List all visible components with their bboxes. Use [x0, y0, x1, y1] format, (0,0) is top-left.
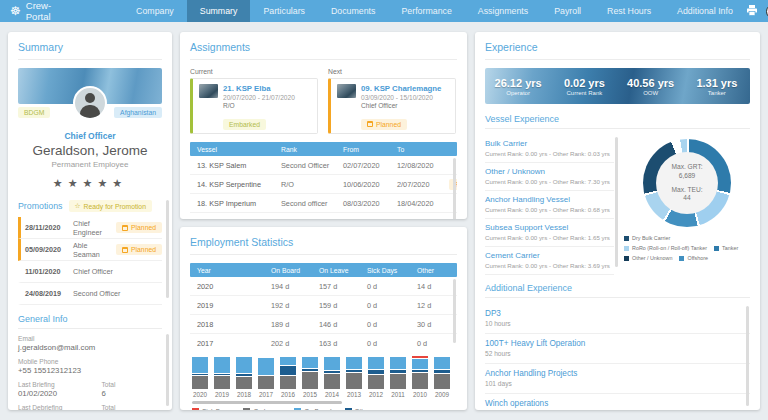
employment-row[interactable]: 2019192 d159 d0 d12 d	[190, 296, 457, 315]
general-info-scrollbar[interactable]	[166, 334, 169, 406]
additional-experience-scrollbar[interactable]	[746, 306, 749, 406]
col-header-vessel: Vessel	[197, 146, 281, 153]
bar-2013[interactable]	[346, 356, 362, 389]
email-label: Email	[18, 335, 162, 342]
additional-experience-name: 100T+ Heavy Lift Operation	[485, 339, 750, 348]
promotion-row[interactable]: 28/11/2020Chief EngineerPlanned	[18, 217, 162, 239]
promotion-date: 11/01/2020	[25, 267, 73, 276]
bar-segment-on-leave	[412, 373, 428, 389]
legend-label: On Board	[304, 408, 331, 410]
bar-2010[interactable]	[412, 355, 428, 389]
promotion-row[interactable]: 11/01/2020Chief Officer	[18, 261, 162, 283]
bar-2011[interactable]	[390, 356, 406, 389]
nav-tab-particulars[interactable]: Particulars	[250, 0, 318, 22]
bar-segment-on-leave	[368, 375, 384, 389]
employment-row[interactable]: 2017202 d163 d0 d0 d	[190, 334, 457, 351]
bar-2019[interactable]	[214, 356, 230, 389]
bar-chart-year-labels: 2020201920182017201620152014201320122011…	[190, 391, 457, 398]
nav-tab-payroll[interactable]: Payroll	[541, 0, 594, 22]
bar-2012[interactable]	[368, 356, 384, 389]
promotions-list: 28/11/2020Chief EngineerPlanned05/09/202…	[18, 217, 162, 305]
max-teu-label: Max. TEU:	[671, 186, 702, 195]
vessel-experience-item[interactable]: Anchor Handling VesselCurrent Rank: 0.00…	[485, 191, 614, 219]
vessel-experience-item[interactable]: Bulk CarrierCurrent Rank: 0.00 yrs - Oth…	[485, 135, 614, 163]
assignment-rank: Second Officer	[281, 161, 343, 170]
bar-2009[interactable]	[434, 356, 450, 389]
max-grt-label: Max. GRT:	[671, 163, 702, 172]
additional-experience-item[interactable]: DP310 hours	[485, 304, 750, 334]
nav-tab-summary[interactable]: Summary	[187, 0, 251, 22]
bar-segment-other	[192, 374, 208, 375]
nav-tab-assignments[interactable]: Assignments	[465, 0, 541, 22]
bar-2017[interactable]	[258, 357, 274, 389]
employment-row[interactable]: 2020194 d157 d0 d14 d	[190, 277, 457, 296]
current-assignment-card[interactable]: 21. KSP Elba 20/07/2020 - 21/07/2020 R/O…	[190, 78, 318, 134]
promotion-row[interactable]: 05/09/2020Able SeamanPlanned	[18, 239, 162, 261]
promotions-scrollbar[interactable]	[166, 200, 169, 298]
assignment-row[interactable]: 14. KSP SerpentineR/O10/06/20202/07/2020…	[190, 175, 457, 194]
year-label-2020: 2020	[192, 391, 208, 398]
current-vessel-name[interactable]: 21. KSP Elba	[223, 84, 295, 93]
profile-photo[interactable]	[73, 86, 107, 120]
bar-2016[interactable]	[280, 356, 296, 389]
legend-label: Dry Bulk Carrier	[632, 235, 670, 241]
next-assignment-card[interactable]: 09. KSP Charlemagne 03/09/2020 - 15/10/2…	[328, 78, 456, 134]
bar-2018[interactable]	[236, 356, 252, 389]
chart-horizontal-scrollbar[interactable]	[192, 401, 342, 404]
additional-experience-item[interactable]: Anchor Handling Projects101 days	[485, 364, 750, 394]
vessel-experience-item[interactable]: Cement CarrierCurrent Rank: 0.00 yrs - O…	[485, 247, 614, 275]
bar-2015[interactable]	[302, 356, 318, 389]
bar-segment-other	[324, 371, 340, 373]
briefing-total-label: Total	[102, 381, 162, 388]
bar-2014[interactable]	[324, 356, 340, 389]
assignments-table-scrollbar[interactable]	[453, 158, 456, 219]
print-icon[interactable]	[746, 2, 758, 20]
experience-stat-oow: 40.56 yrsOOW	[618, 77, 684, 96]
employment-on-leave: 157 d	[319, 282, 367, 291]
bar-segment-on-board	[346, 357, 362, 369]
assignment-row[interactable]: 21. KSP ElbaThird Officer01/03/202007/03…	[190, 213, 457, 219]
calendar-icon	[367, 121, 373, 127]
next-vessel-name[interactable]: 09. KSP Charlemagne	[361, 84, 441, 93]
vessel-experience-item[interactable]: Other / UnknownCurrent Rank: 0.00 yrs - …	[485, 163, 614, 191]
employment-statistics-card: Employment Statistics YearOn BoardOn Lea…	[180, 227, 467, 410]
mobile-label: Mobile Phone	[18, 358, 162, 365]
nav-tab-additional-info[interactable]: Additional Info	[664, 0, 746, 22]
employment-table-scrollbar[interactable]	[453, 279, 456, 343]
bar-segment-other	[390, 370, 406, 373]
bar-segment-on-board	[390, 357, 406, 369]
bar-segment-other	[346, 370, 362, 373]
nav-tab-company[interactable]: Company	[123, 0, 187, 22]
experience-stat-tanker: 1.31 yrsTanker	[684, 77, 750, 96]
year-label-2013: 2013	[346, 391, 362, 398]
assignment-row[interactable]: 18. KSP ImperiumSecond officer08/03/2020…	[190, 194, 457, 213]
nav-tab-documents[interactable]: Documents	[318, 0, 389, 22]
donut-legend-item-offshore: Offshore	[679, 255, 708, 261]
last-briefing-label: Last Briefing	[18, 381, 102, 388]
additional-experience-list: DP310 hours100T+ Heavy Lift Operation52 …	[485, 304, 750, 410]
employment-on-board: 189 d	[271, 320, 319, 329]
assignment-row[interactable]: 13. KSP SalemSecond Officer02/07/202012/…	[190, 156, 457, 175]
additional-experience-item[interactable]: Winch operations104 hours	[485, 394, 750, 410]
employment-row[interactable]: 2018189 d146 d0 d30 d	[190, 315, 457, 334]
assignment-to: 12/08/2020	[397, 161, 449, 170]
employment-on-leave: 159 d	[319, 301, 367, 310]
vessel-type-name: Bulk Carrier	[485, 139, 614, 148]
vessel-experience-item[interactable]: Subsea Support VesselCurrent Rank: 0.00 …	[485, 219, 614, 247]
legend-label: Sick Days	[202, 408, 230, 410]
bar-segment-on-leave	[236, 377, 252, 389]
bar-chart-legend: Sick DaysOn LeaveOn BoardOther	[190, 408, 457, 410]
nav-tab-performance[interactable]: Performance	[388, 0, 464, 22]
bar-2020[interactable]	[192, 356, 208, 389]
promotion-row[interactable]: 24/08/2019Second Officer	[18, 283, 162, 305]
ready-for-promotion-badge: ☆Ready for Promotion	[69, 200, 152, 212]
bar-segment-on-leave	[258, 376, 274, 389]
additional-experience-name: Winch operations	[485, 399, 750, 408]
nav-tab-rest-hours[interactable]: Rest Hours	[594, 0, 664, 22]
current-role: R/O	[223, 102, 295, 109]
additional-experience-item[interactable]: 100T+ Heavy Lift Operation52 hours	[485, 334, 750, 364]
next-dates: 03/09/2020 - 15/10/2020	[361, 94, 441, 101]
vessel-experience-scrollbar[interactable]	[615, 137, 618, 267]
bar-segment-on-leave	[302, 372, 318, 389]
assignments-card: Assignments Current Next 21. KSP Elba 20…	[180, 32, 467, 219]
